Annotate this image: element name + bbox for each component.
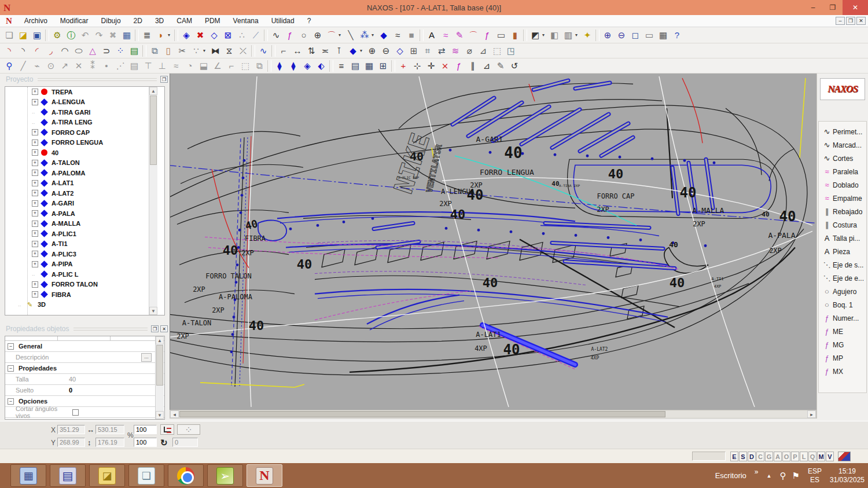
properties-scrollbar[interactable]: ▲ ▼: [155, 336, 164, 419]
export-icon[interactable]: ◳: [504, 45, 518, 57]
menu-item-pdm[interactable]: PDM: [198, 16, 227, 26]
angle-field[interactable]: 0: [172, 438, 198, 447]
taskbar-app-chrome[interactable]: [168, 464, 204, 487]
angle2-icon[interactable]: ⊿: [476, 45, 490, 57]
expand-icon[interactable]: +: [32, 89, 38, 95]
dot-icon[interactable]: •: [100, 60, 113, 72]
canvas-hscrollbar[interactable]: ◂ ▸: [170, 410, 816, 419]
checkbox[interactable]: [72, 409, 79, 416]
tree-item-forro-cap[interactable]: +FORRO CAP: [5, 127, 164, 138]
nodes-icon-dropdown[interactable]: ▾: [372, 32, 377, 38]
save-icon[interactable]: ▣: [30, 29, 44, 42]
piece2-icon[interactable]: ◆: [346, 45, 360, 57]
scroll-down-icon[interactable]: ▼: [156, 411, 164, 419]
mirror-v-icon[interactable]: ⧖: [222, 45, 236, 57]
perp-icon[interactable]: ⊥: [155, 60, 169, 72]
grip[interactable]: [38, 78, 157, 81]
grade-points-button[interactable]: ⁘: [177, 424, 200, 435]
restore-button[interactable]: ❐: [823, 0, 843, 15]
scroll-thumb[interactable]: [156, 345, 163, 386]
minimize-button[interactable]: –: [803, 0, 823, 15]
properties-panel-float-button[interactable]: ❐: [151, 325, 159, 332]
project-panel-float-button[interactable]: ❐: [160, 76, 168, 83]
piece-next-icon[interactable]: ⧫: [273, 60, 286, 72]
tool-eje-de-s-[interactable]: ⋱Eje de s...: [819, 258, 866, 271]
rotate-icon[interactable]: ↺: [507, 60, 521, 72]
stamp-icon[interactable]: ▮: [508, 29, 522, 42]
circle-center-icon[interactable]: ⊙: [44, 60, 58, 72]
taskbar-app-corel[interactable]: ➢: [207, 464, 243, 487]
tree-item-a-gari[interactable]: +A-GARI: [5, 199, 164, 209]
rect-corner-icon[interactable]: ⌐: [225, 60, 238, 72]
add-red-icon[interactable]: +: [396, 60, 410, 72]
tool-costura[interactable]: ∥Costura: [819, 218, 866, 232]
open-file-icon[interactable]: ◪: [16, 29, 30, 42]
angle-arrow-icon[interactable]: ∠: [211, 60, 225, 72]
quickbar-letter-s[interactable]: S: [739, 452, 747, 461]
cross-icon[interactable]: ✕: [72, 60, 86, 72]
tree-item-a-tira-gari[interactable]: ‥A-TIRA GARI: [5, 107, 164, 118]
new-file-icon[interactable]: ❏: [2, 29, 16, 42]
rect-icon[interactable]: ▭: [494, 29, 508, 42]
quickbar-letter-a[interactable]: A: [774, 452, 782, 461]
align-icon[interactable]: ≍: [318, 45, 332, 57]
list-icon[interactable]: ≡: [334, 60, 348, 72]
tree-item-a-pala[interactable]: +A-PALA: [5, 208, 164, 219]
tree-item-a-pipa[interactable]: +A-PIPA: [5, 259, 164, 270]
expand-icon[interactable]: +: [32, 200, 38, 207]
mdi-minimize-button[interactable]: –: [836, 17, 845, 25]
tree-item-3d[interactable]: ‥✎3D: [5, 300, 164, 310]
ellipsis-button[interactable]: ...: [141, 353, 152, 362]
sheet-icon[interactable]: ▦: [362, 60, 376, 72]
tool-mp[interactable]: ƒMP: [819, 351, 866, 365]
copy-icon[interactable]: ⧉: [148, 45, 161, 57]
waves-icon[interactable]: ≋: [448, 45, 462, 57]
language-indicator[interactable]: ESPES: [808, 467, 822, 485]
center-piece-icon[interactable]: ◇: [207, 29, 221, 42]
bitmap-icon-dropdown[interactable]: ▾: [542, 32, 547, 38]
zoom-x-field[interactable]: 100: [134, 425, 157, 434]
rect-dashed-icon[interactable]: ⬚: [238, 60, 252, 72]
expand-icon[interactable]: +: [32, 149, 38, 156]
hash-icon[interactable]: ⌗: [421, 45, 435, 57]
fill-icon[interactable]: ■: [404, 29, 418, 42]
sweep-icon[interactable]: ⟋: [249, 29, 263, 42]
width-icon[interactable]: ↔: [290, 45, 304, 57]
tree-item-fibra[interactable]: +FIBRA: [5, 289, 164, 300]
cross-small-icon[interactable]: ⁑: [86, 60, 100, 72]
collapse-icon[interactable]: −: [8, 398, 14, 405]
fold2-icon-dropdown[interactable]: ▾: [575, 32, 580, 38]
expand-icon[interactable]: +: [32, 251, 38, 257]
y-coordinate-field[interactable]: 268.99: [57, 438, 85, 447]
ray-icon[interactable]: ↗: [58, 60, 72, 72]
triangle-icon[interactable]: △: [86, 45, 100, 57]
arc-d-icon[interactable]: ◞: [44, 45, 58, 57]
height-field[interactable]: 176.19: [95, 438, 124, 447]
corner-icon[interactable]: ⌐: [277, 45, 290, 57]
trim-icon[interactable]: ⤫: [236, 45, 250, 57]
property-value[interactable]: 0: [69, 387, 72, 394]
seam-icon[interactable]: ≈: [439, 29, 453, 42]
menu-item-cam[interactable]: CAM: [170, 16, 198, 26]
tool-doblado[interactable]: ≈Doblado: [819, 178, 866, 192]
tree-item-forro-talon[interactable]: +FORRO TALON: [5, 280, 164, 290]
notification-chevron-icon[interactable]: ▲: [767, 473, 772, 479]
text-icon[interactable]: A: [425, 29, 439, 42]
quickbar-letter-d[interactable]: D: [748, 452, 756, 461]
project-tree-scrollbar[interactable]: ▲ ▼: [149, 87, 157, 315]
box3d-icon[interactable]: ⬓: [197, 60, 211, 72]
chevron-icon[interactable]: »: [755, 468, 759, 476]
quickbar-letter-p[interactable]: P: [791, 452, 799, 461]
dashed-box-icon[interactable]: ⬚: [490, 45, 504, 57]
wave-icon[interactable]: ≈: [391, 29, 404, 42]
diamond-icon[interactable]: ◇: [393, 45, 407, 57]
cut-icon[interactable]: ✂: [175, 45, 189, 57]
menu-item-3d[interactable]: 3D: [149, 16, 170, 26]
grip[interactable]: [73, 328, 148, 331]
tool-empalme[interactable]: ≈Empalme: [819, 192, 866, 205]
point-icon[interactable]: ⊕: [311, 29, 325, 42]
arc2-icon[interactable]: ⌒: [466, 29, 480, 42]
tool-boq-1[interactable]: ○Boq. 1: [819, 298, 866, 311]
table-icon[interactable]: ▤: [348, 60, 362, 72]
help-icon[interactable]: ?: [670, 29, 684, 42]
